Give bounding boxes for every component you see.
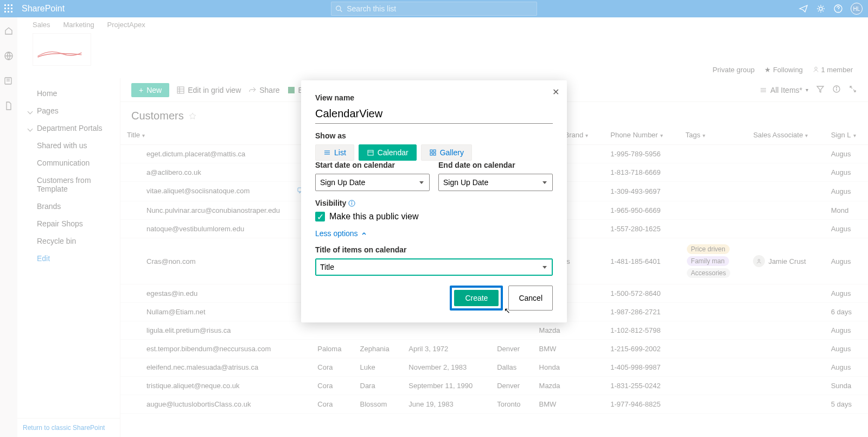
modal-overlay bbox=[0, 0, 868, 17]
